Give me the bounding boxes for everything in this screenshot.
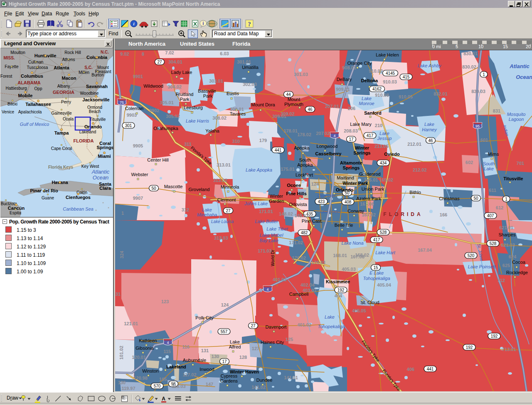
svg-text:Rock Hill: Rock Hill	[64, 50, 81, 55]
svg-text:141.01: 141.01	[284, 375, 298, 380]
svg-text:441: 441	[427, 367, 434, 371]
svg-text:Goldenrod: Goldenrod	[359, 172, 380, 177]
svg-text:Gulf of Mexico: Gulf of Mexico	[20, 122, 49, 127]
svg-text:Belle Isle: Belle Isle	[335, 223, 353, 228]
svg-text:910.05: 910.05	[399, 94, 413, 99]
svg-text:Burton: Burton	[91, 73, 103, 77]
svg-text:Garden: Garden	[269, 199, 284, 204]
svg-text:305.02: 305.02	[166, 114, 180, 119]
svg-text:South: South	[299, 157, 311, 162]
svg-text:Lake: Lake	[424, 122, 434, 127]
svg-text:1: 1	[483, 72, 485, 77]
svg-text:405.04: 405.04	[377, 282, 392, 287]
svg-text:331: 331	[115, 292, 121, 297]
svg-text:Casselberry: Casselberry	[315, 151, 342, 156]
svg-text:417: 417	[367, 133, 374, 138]
svg-text:832.01: 832.01	[433, 91, 448, 96]
svg-text:305.01: 305.01	[160, 100, 174, 105]
svg-text:South: South	[483, 161, 495, 166]
svg-text:46: 46	[308, 107, 313, 112]
svg-text:213.05: 213.05	[374, 144, 389, 149]
svg-text:178.02: 178.02	[297, 132, 311, 137]
svg-text:Cocoa: Cocoa	[512, 260, 526, 265]
svg-text:Inwood: Inwood	[200, 367, 214, 372]
svg-text:Polk City: Polk City	[195, 315, 214, 320]
svg-text:6.03: 6.03	[220, 51, 229, 56]
svg-text:8: 8	[142, 52, 144, 56]
svg-text:Dundee: Dundee	[256, 378, 273, 383]
svg-text:178.01: 178.01	[283, 128, 298, 133]
svg-text:910.03: 910.03	[383, 79, 397, 84]
svg-text:115: 115	[163, 349, 171, 354]
svg-text:210: 210	[375, 123, 382, 128]
svg-text:4: 4	[333, 134, 335, 138]
svg-text:Springs: Springs	[354, 150, 371, 155]
svg-text:Beach: Beach	[89, 109, 101, 114]
svg-text:148.03: 148.03	[294, 213, 308, 218]
svg-text:170.02: 170.02	[292, 255, 306, 260]
svg-text:908.01: 908.01	[342, 65, 356, 70]
svg-text:9905: 9905	[133, 143, 143, 148]
svg-text:310: 310	[232, 139, 240, 144]
svg-text:Lake Hart: Lake Hart	[375, 250, 396, 255]
svg-text:Alfred: Alfred	[229, 344, 241, 349]
svg-text:FLORIDA: FLORIDA	[383, 211, 423, 217]
svg-text:44: 44	[286, 92, 291, 97]
svg-text:Mascotte: Mascotte	[164, 184, 183, 189]
svg-text:Lake Harris: Lake Harris	[186, 118, 209, 123]
svg-text:Titusville: Titusville	[90, 117, 106, 122]
svg-text:Tohopekaliga: Tohopekaliga	[363, 276, 390, 281]
svg-text:27: 27	[251, 324, 256, 328]
svg-text:Lake Mary: Lake Mary	[350, 122, 372, 127]
svg-text:Groveland: Groveland	[189, 187, 210, 192]
svg-text:621.03: 621.03	[501, 243, 515, 248]
svg-text:212.02: 212.02	[413, 167, 427, 172]
svg-text:313.03: 313.03	[214, 236, 228, 241]
svg-text:Eustis: Eustis	[227, 91, 239, 96]
svg-text:208.03: 208.03	[344, 128, 358, 133]
svg-text:408: 408	[345, 200, 352, 204]
svg-text:Sanford: Sanford	[364, 110, 382, 115]
svg-text:171.03: 171.03	[258, 248, 272, 253]
svg-text:9.02: 9.02	[120, 52, 129, 56]
svg-text:415: 415	[403, 75, 410, 79]
svg-text:441: 441	[275, 148, 282, 152]
svg-text:S.C.: S.C.	[84, 65, 93, 70]
svg-text:Orlando: Orlando	[84, 124, 102, 129]
svg-text:119.97: 119.97	[121, 386, 135, 391]
svg-text:Umatilla: Umatilla	[242, 65, 259, 70]
svg-text:147: 147	[206, 382, 213, 387]
svg-text:Lake Tibet: Lake Tibet	[266, 226, 288, 231]
svg-text:482: 482	[301, 231, 308, 235]
svg-text:Forest: Forest	[0, 74, 12, 79]
svg-text:910.02: 910.02	[369, 69, 383, 74]
svg-text:50: 50	[473, 196, 478, 201]
svg-text:9903: 9903	[127, 113, 137, 118]
svg-text:Woodbine: Woodbine	[80, 91, 99, 96]
svg-text:123: 123	[161, 299, 169, 304]
svg-text:Winter: Winter	[355, 145, 369, 150]
svg-text:206: 206	[348, 106, 355, 111]
svg-text:9902: 9902	[149, 108, 159, 113]
svg-text:Orlovista: Orlovista	[289, 202, 307, 207]
svg-text:Ocoee: Ocoee	[287, 183, 301, 188]
svg-text:830.03: 830.03	[471, 89, 485, 94]
svg-text:Kissimmee: Kissimmee	[326, 279, 350, 284]
svg-text:Cape Coral: Cape Coral	[51, 146, 72, 151]
svg-text:602: 602	[466, 160, 473, 165]
svg-text:Park: Park	[180, 97, 190, 102]
svg-text:Tavares: Tavares	[230, 111, 246, 116]
svg-text:312: 312	[182, 207, 189, 212]
svg-text:?: ?	[248, 21, 251, 27]
svg-text:124: 124	[221, 302, 229, 307]
svg-text:DeBary: DeBary	[337, 77, 352, 82]
svg-text:Florida Keys: Florida Keys	[48, 165, 73, 169]
svg-text:Springs: Springs	[97, 145, 113, 150]
svg-text:Venice: Venice	[2, 110, 14, 114]
svg-text:Espita: Espita	[10, 211, 21, 215]
svg-text:Caribbean Sea: Caribbean Sea	[63, 206, 93, 211]
svg-text:Hattiesburg: Hattiesburg	[5, 86, 27, 91]
svg-text:121.01: 121.01	[124, 321, 138, 326]
svg-text:Okahumpka: Okahumpka	[153, 126, 178, 131]
svg-text:Park: Park	[203, 93, 213, 98]
